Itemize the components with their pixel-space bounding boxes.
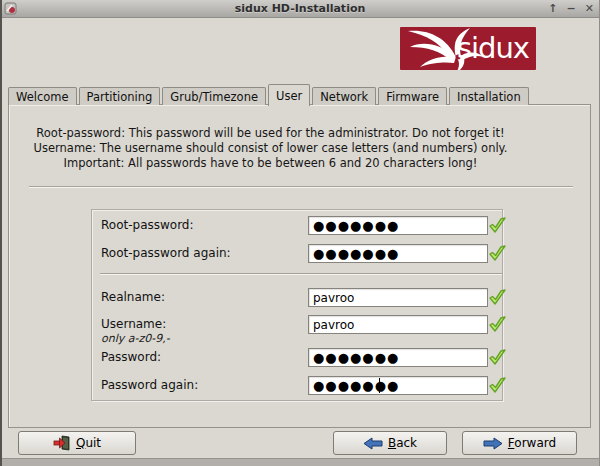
back-button-label: Back — [388, 436, 417, 450]
minimize-button[interactable]: − — [567, 0, 576, 18]
forward-button-label: Forward — [508, 436, 556, 450]
form-row: Password: — [92, 348, 504, 367]
close-button[interactable]: ✕ — [585, 0, 594, 18]
window-bottom-edge — [0, 458, 600, 466]
instruction-line-important: Important: All passwords have to be betw… — [13, 156, 528, 171]
tab-user[interactable]: User — [268, 84, 310, 106]
valid-check-icon — [487, 375, 508, 396]
tab-installation[interactable]: Installation — [449, 87, 529, 105]
valid-check-icon — [487, 314, 508, 335]
back-arrow-icon — [363, 437, 383, 450]
sidux-logo: sidux — [400, 27, 536, 70]
quit-button[interactable]: Quit — [18, 431, 136, 455]
tab-partitioning[interactable]: Partitioning — [79, 87, 161, 105]
tab-welcome[interactable]: Welcome — [8, 87, 77, 105]
form-row: Root-password: — [92, 216, 504, 235]
username-input[interactable] — [308, 315, 488, 334]
tab-firmware[interactable]: Firmware — [378, 87, 447, 105]
username-hint: only a-z0-9,- — [101, 332, 170, 345]
window-controls: ↑ − ✕ — [548, 0, 594, 18]
realname-label: Realname: — [101, 288, 165, 307]
tab-grub-timezone[interactable]: Grub/Timezone — [162, 87, 266, 105]
password-again-label: Password again: — [101, 376, 198, 395]
back-button[interactable]: Back — [333, 431, 447, 455]
quit-door-icon — [53, 435, 71, 451]
root-password-again-label: Root-password again: — [101, 244, 231, 263]
password-label: Password: — [101, 348, 161, 367]
user-tab-panel: Root-password: This password will be use… — [8, 104, 591, 428]
valid-check-icon — [487, 287, 508, 308]
instructions-text: Root-password: This password will be use… — [13, 126, 528, 171]
quit-button-label: Quit — [76, 436, 101, 450]
shade-button[interactable]: ↑ — [548, 0, 557, 18]
tab-bar: Welcome Partitioning Grub/Timezone User … — [8, 86, 531, 105]
window-title: sidux HD-Installation — [0, 2, 600, 15]
horizontal-separator — [29, 186, 573, 188]
root-password-label: Root-password: — [101, 216, 194, 235]
title-bar[interactable]: sidux HD-Installation ↑ − ✕ — [0, 0, 600, 18]
valid-check-icon — [487, 215, 508, 236]
sidux-logo-text: sidux — [457, 31, 529, 65]
instruction-line-username: Username: The username should consist of… — [13, 141, 528, 156]
text-cursor — [379, 378, 380, 393]
password-again-input[interactable] — [308, 376, 488, 395]
form-section-separator — [100, 273, 502, 275]
form-row: Password again: — [92, 376, 504, 395]
window-icon — [4, 2, 17, 15]
valid-check-icon — [487, 347, 508, 368]
root-password-input[interactable] — [308, 216, 488, 235]
form-row: Username: only a-z0-9,- — [92, 315, 504, 334]
root-password-again-input[interactable] — [308, 244, 488, 263]
form-row: Realname: — [92, 288, 504, 307]
tab-network[interactable]: Network — [312, 87, 376, 105]
forward-arrow-icon — [483, 437, 503, 450]
user-form-frame: Root-password: Root-password again: Real… — [91, 209, 503, 401]
window-border-left — [0, 0, 2, 466]
form-row: Root-password again: — [92, 244, 504, 263]
instruction-line-root-password: Root-password: This password will be use… — [13, 126, 528, 141]
forward-button[interactable]: Forward — [462, 431, 577, 455]
password-input[interactable] — [308, 348, 488, 367]
realname-input[interactable] — [308, 288, 488, 307]
valid-check-icon — [487, 243, 508, 264]
